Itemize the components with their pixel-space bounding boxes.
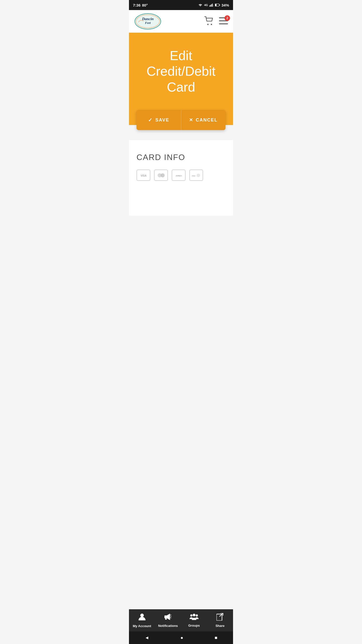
- svg-point-25: [197, 174, 200, 177]
- save-label: SAVE: [155, 117, 169, 123]
- check-icon: ✓: [148, 117, 153, 123]
- status-right: 4G 34%: [198, 3, 229, 7]
- cancel-button[interactable]: ✕ CANCEL: [181, 110, 226, 130]
- logo[interactable]: Dancin Feet: [134, 13, 162, 30]
- svg-rect-6: [215, 4, 216, 6]
- menu-button[interactable]: 2: [219, 17, 228, 25]
- svg-rect-4: [213, 5, 213, 7]
- battery-display: 34%: [221, 3, 229, 7]
- time-display: 7:36: [133, 3, 141, 7]
- svg-text:AMEX: AMEX: [176, 175, 182, 177]
- header-icons: 2: [204, 16, 228, 26]
- svg-point-13: [211, 24, 212, 25]
- svg-point-12: [207, 24, 209, 25]
- svg-rect-3: [212, 4, 213, 7]
- svg-rect-1: [210, 5, 211, 7]
- header: Dancin Feet 2: [129, 10, 233, 33]
- action-card: ✓ SAVE ✕ CANCEL: [137, 110, 225, 130]
- page-title: Edit Credit/Debit Card: [137, 48, 225, 95]
- card-icon-discover: DISC: [189, 170, 203, 181]
- x-icon: ✕: [189, 117, 193, 123]
- notification-badge: 2: [224, 15, 230, 21]
- wifi-icon: [198, 3, 203, 7]
- temperature-display: 80°: [142, 3, 148, 7]
- svg-rect-16: [219, 23, 228, 24]
- card-icons-row: VISA AMEX DISC: [137, 170, 225, 181]
- cancel-label: CANCEL: [196, 117, 218, 123]
- svg-text:Feet: Feet: [145, 21, 151, 25]
- card-icon-mc: [154, 170, 168, 181]
- svg-text:Dancin: Dancin: [142, 17, 154, 21]
- battery-icon: [215, 4, 220, 7]
- card-icon-visa: VISA: [137, 170, 150, 181]
- hero-section: Edit Credit/Debit Card ✓ SAVE ✕ CANCEL: [129, 33, 233, 125]
- status-bar: 7:36 80° 4G 34%: [129, 0, 233, 10]
- svg-rect-2: [211, 4, 212, 7]
- content-area: CARD INFO VISA AMEX D: [129, 140, 233, 216]
- svg-rect-0: [209, 6, 210, 7]
- svg-text:VISA: VISA: [141, 174, 146, 177]
- status-left: 7:36 80°: [133, 3, 148, 7]
- cart-button[interactable]: [204, 16, 214, 26]
- svg-rect-7: [219, 5, 220, 6]
- save-button[interactable]: ✓ SAVE: [137, 110, 181, 130]
- svg-point-21: [161, 173, 165, 177]
- network-icon: 4G: [204, 4, 208, 7]
- signal-icon: [209, 3, 213, 7]
- card-info-title: CARD INFO: [137, 153, 225, 162]
- svg-text:DISC: DISC: [192, 175, 196, 177]
- card-icon-amex: AMEX: [172, 170, 186, 181]
